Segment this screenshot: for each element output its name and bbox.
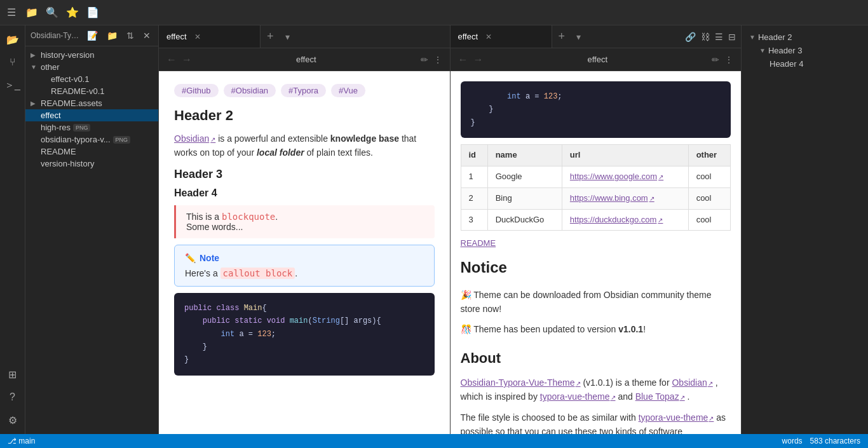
new-file-icon[interactable]: 📝 bbox=[85, 29, 100, 42]
extensions-icon[interactable]: ⊞ bbox=[4, 365, 22, 383]
cell-other-3: cool bbox=[688, 209, 730, 231]
sidebar-toggle-icon[interactable]: ☰ bbox=[5, 6, 18, 19]
search-icon[interactable]: 🔍 bbox=[46, 6, 58, 19]
google-link[interactable]: https://www.google.com bbox=[570, 172, 663, 181]
chevron-down-icon: ▼ bbox=[31, 64, 41, 71]
col-url: url bbox=[562, 145, 688, 166]
tab-dropdown-2[interactable]: ▾ bbox=[571, 32, 586, 42]
tab-close-icon-2[interactable]: ✕ bbox=[483, 31, 494, 43]
tab-effect-1[interactable]: effect ✕ bbox=[159, 25, 261, 48]
typora-link[interactable]: typora-vue-theme bbox=[540, 391, 616, 402]
outline-h4[interactable]: Header 4 bbox=[742, 57, 868, 71]
tag-typora[interactable]: #Typora bbox=[281, 84, 326, 97]
cell-other-2: cool bbox=[688, 187, 730, 209]
code-line-3: int a = 123; bbox=[184, 328, 424, 341]
more-icon-1[interactable]: ⋮ bbox=[433, 55, 442, 65]
unlink-icon[interactable]: ⛓ bbox=[701, 32, 710, 42]
help-icon[interactable]: ? bbox=[4, 388, 22, 406]
bluetopaz-link[interactable]: Blue Topaz bbox=[635, 391, 685, 402]
nav-back-icon-1[interactable]: ← bbox=[166, 54, 177, 65]
tag-vue[interactable]: #Vue bbox=[331, 84, 365, 97]
code-block-1: public class Main{ public static void ma… bbox=[174, 293, 435, 376]
chevron-down-h3-icon: ▼ bbox=[759, 47, 766, 54]
notice-p2-post: ! bbox=[643, 324, 646, 334]
split-icon[interactable]: ⊟ bbox=[728, 32, 736, 42]
tree-item-readme-v01[interactable]: README-v0.1 bbox=[25, 85, 158, 97]
top-bar: ☰ 📁 🔍 ⭐ 📄 bbox=[0, 0, 868, 25]
explorer-icon[interactable]: 📂 bbox=[4, 31, 22, 48]
readme-link[interactable]: README bbox=[461, 237, 731, 250]
code-line-4: } bbox=[184, 341, 424, 353]
right-outline-panel: ▼ Header 2 ▼ Header 3 Header 4 bbox=[741, 25, 868, 434]
tree-item-label: version-history bbox=[41, 159, 95, 168]
status-bar: ⎇ main words 583 characters bbox=[0, 434, 868, 448]
tab-close-icon-1[interactable]: ✕ bbox=[192, 31, 203, 43]
new-folder-icon[interactable]: 📁 bbox=[104, 29, 120, 42]
outline-h2-label: Header 2 bbox=[758, 32, 792, 42]
tab-add-icon-2[interactable]: + bbox=[552, 30, 572, 43]
chevron-right-icon: ▶ bbox=[31, 51, 41, 58]
folder-icon[interactable]: 📁 bbox=[25, 6, 38, 19]
tree-item-readme-assets[interactable]: ▶ README.assets bbox=[25, 97, 158, 109]
cell-id-3: 3 bbox=[461, 209, 487, 231]
close-explorer-icon[interactable]: ✕ bbox=[140, 29, 153, 42]
tree-item-high-res[interactable]: high-res PNG bbox=[25, 121, 158, 133]
tree-item-effect-v01[interactable]: effect-v0.1 bbox=[25, 73, 158, 85]
theme-link1[interactable]: Obsidian-Typora-Vue-Theme bbox=[461, 377, 581, 388]
edit-icon-1[interactable]: ✏ bbox=[421, 55, 428, 65]
outline-h3[interactable]: ▼ Header 3 bbox=[742, 44, 868, 57]
code-block-2: int a = 123; } } bbox=[461, 81, 731, 138]
typora-link2[interactable]: typora-vue-theme bbox=[639, 412, 714, 423]
tab-effect-2[interactable]: effect ✕ bbox=[451, 25, 552, 48]
notice-section: Notice 🎉 Theme can be downloaded from Ob… bbox=[461, 255, 731, 434]
sort-icon[interactable]: ⇅ bbox=[124, 29, 137, 42]
col-other: other bbox=[688, 145, 730, 166]
intro-text3: of plain text files. bbox=[307, 147, 373, 158]
code-pre-section: int a = 123; } } id name url other bbox=[451, 71, 742, 434]
list-icon[interactable]: ☰ bbox=[715, 32, 723, 42]
bookmark-icon[interactable]: ⭐ bbox=[66, 6, 79, 19]
edit-icon-2[interactable]: ✏ bbox=[712, 55, 719, 65]
nav-forward-icon-2[interactable]: → bbox=[473, 54, 484, 65]
bing-link[interactable]: https://www.bing.com bbox=[570, 193, 654, 203]
file-icon[interactable]: 📄 bbox=[86, 6, 99, 19]
tree-item-other[interactable]: ▼ other bbox=[25, 61, 158, 73]
more-icon-2[interactable]: ⋮ bbox=[724, 55, 733, 65]
intro-paragraph: Obsidian is a powerful and extensible kn… bbox=[174, 132, 435, 160]
tab-add-icon-1[interactable]: + bbox=[261, 30, 280, 43]
tag-obsidian[interactable]: #Obsidian bbox=[224, 84, 276, 97]
blockquote-text3: Some words... bbox=[186, 222, 243, 232]
notice-p2: 🎊 Theme has been updated to version v1.0… bbox=[461, 322, 731, 336]
callout-code: callout block bbox=[220, 268, 295, 279]
nav-back-icon-2[interactable]: ← bbox=[458, 54, 468, 65]
outline-h2[interactable]: ▼ Header 2 bbox=[742, 31, 868, 44]
about-end: . bbox=[688, 391, 690, 402]
tree-item-history-version[interactable]: ▶ history-version bbox=[25, 49, 158, 61]
outline-h3-label: Header 3 bbox=[768, 46, 802, 55]
tab-bar-1: effect ✕ + ▾ bbox=[159, 25, 450, 48]
tag-github[interactable]: #Github bbox=[174, 84, 219, 97]
tree-item-effect[interactable]: effect bbox=[25, 109, 158, 121]
obsidian-link[interactable]: Obsidian bbox=[174, 133, 215, 144]
tree-item-label: effect-v0.1 bbox=[51, 74, 89, 84]
git-icon[interactable]: ⑂ bbox=[4, 53, 22, 71]
pencil-icon: ✏️ bbox=[185, 253, 196, 263]
tree-item-obsidian-typora[interactable]: obsidian-typora-v... PNG bbox=[25, 133, 158, 146]
editor-title-2: effect bbox=[489, 55, 707, 64]
heading-2: Header 2 bbox=[174, 107, 435, 124]
tree-item-readme[interactable]: README bbox=[25, 146, 158, 158]
settings-icon[interactable]: ⚙ bbox=[4, 411, 22, 429]
terminal-icon[interactable]: ＞_ bbox=[4, 76, 22, 94]
tab-dropdown-1[interactable]: ▾ bbox=[280, 32, 295, 42]
nav-forward-icon-1[interactable]: → bbox=[182, 54, 192, 65]
tree-item-version-history[interactable]: version-history bbox=[25, 158, 158, 170]
ddg-link[interactable]: https://duckduckgo.com bbox=[570, 215, 663, 224]
tab-label-2: effect bbox=[458, 32, 478, 41]
editor-panes: effect ✕ + ▾ ← → effect ✏ ⋮ #Github #Obs… bbox=[159, 25, 868, 434]
obsidian-link2[interactable]: Obsidian bbox=[672, 377, 712, 388]
code-pre-line3: } bbox=[471, 116, 721, 129]
code-line-2: public static void main(String[] args){ bbox=[184, 315, 424, 327]
png-badge2: PNG bbox=[113, 136, 131, 144]
link-icon[interactable]: 🔗 bbox=[685, 32, 696, 42]
editor-pane-2: effect ✕ + ▾ 🔗 ⛓ ☰ ⊟ ← → effect ✏ ⋮ bbox=[451, 25, 742, 434]
